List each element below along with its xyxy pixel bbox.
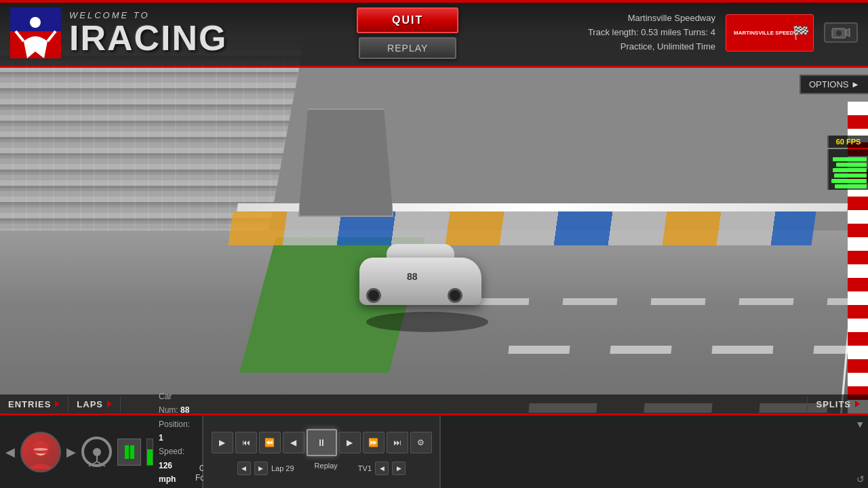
tv1-next-button[interactable]: ▶ xyxy=(392,462,406,475)
speed-label: Speed: xyxy=(159,447,184,456)
fps-bars xyxy=(827,149,868,190)
camera-icon-box xyxy=(824,22,858,43)
replay-controls: ▶ ⏮ ⏪ ◀ ⏸ ▶ ⏩ ⏭ ⚙ ◀ ▶ Lap 29 Rep xyxy=(203,415,441,488)
playback-rewind-start-button[interactable]: ⏮ xyxy=(235,432,257,453)
playback-step-back-button[interactable]: ◀ xyxy=(283,432,304,453)
laps-label: LAPS xyxy=(77,399,103,409)
splits-button[interactable]: SPLITS xyxy=(807,396,868,412)
driver-avatar xyxy=(20,432,61,472)
fps-bar-5 xyxy=(831,179,867,183)
car-number: 88 xyxy=(407,271,418,282)
tv1-prev-button[interactable]: ◀ xyxy=(375,462,389,475)
martinsville-logo-text: MARTINSVILLE SPEEDWAY xyxy=(734,30,806,37)
logo-emblem xyxy=(10,7,61,58)
playback-rewind-button[interactable]: ⏪ xyxy=(259,432,281,453)
tv1-label: TV1 xyxy=(358,464,372,472)
replay-label: Replay xyxy=(315,462,338,470)
playback-play-button[interactable]: ▶ xyxy=(212,432,233,453)
top-header: WELCOME TO IRACING QUIT REPLAY Martinsvi… xyxy=(0,0,868,68)
playback-pause-button[interactable]: ⏸ xyxy=(307,429,337,456)
steering-spoke-1 xyxy=(96,452,98,462)
playback-fast-fwd-button[interactable]: ⏩ xyxy=(363,432,384,453)
entries-label: ENTRIES xyxy=(8,399,51,409)
race-car: 88 xyxy=(353,237,488,325)
position-value: 1 xyxy=(159,433,163,443)
laps-arrow-icon xyxy=(107,401,112,407)
center-controls: QUIT REPLAY xyxy=(238,7,578,59)
track-text: Martinsville Speedway Track length: 0.53… xyxy=(588,12,715,54)
pause-button[interactable] xyxy=(117,439,141,466)
track-details: Track length: 0.53 miles Turns: 4 xyxy=(588,26,715,40)
car-num-label: Car Num: xyxy=(159,392,178,415)
fps-bar-2 xyxy=(836,163,867,167)
driver-stats: Car Num: 88 Position: 1 Speed: 126 mph L… xyxy=(159,390,190,488)
logo-text-area: WELCOME TO IRACING xyxy=(69,10,228,56)
position-label: Position: xyxy=(159,420,190,429)
splits-arrow-icon xyxy=(855,401,860,407)
playback-step-fwd-button[interactable]: ▶ xyxy=(339,432,361,453)
speed-value: 126 mph xyxy=(159,461,176,484)
svg-marker-7 xyxy=(846,28,850,37)
svg-point-3 xyxy=(30,17,41,28)
stairs-structure xyxy=(298,108,393,217)
track-info: Martinsville Speedway Track length: 0.53… xyxy=(578,8,868,57)
replay-buttons-row: ▶ ⏮ ⏪ ◀ ⏸ ▶ ⏩ ⏭ ⚙ xyxy=(212,429,432,456)
fps-counter: 60 FPS xyxy=(827,136,868,148)
driver-section: ◀ ▶ Car Num: 8 xyxy=(0,415,203,488)
throttle-fill xyxy=(147,449,153,465)
entries-arrow-icon xyxy=(55,401,60,407)
splits-label: SPLITS xyxy=(816,399,851,409)
car-num-value: 88 xyxy=(180,405,189,415)
bottom-bar: ◀ ▶ Car Num: 8 xyxy=(0,413,868,488)
driver-avatar-icon xyxy=(24,435,58,469)
camera-icon xyxy=(831,26,851,39)
replay-button[interactable]: REPLAY xyxy=(359,37,456,59)
lap-prev-button[interactable]: ◀ xyxy=(237,462,251,475)
steering-wheel-icon xyxy=(81,436,112,467)
session-type: Practice, Unlimited Time xyxy=(588,40,715,54)
playback-settings-button[interactable]: ⚙ xyxy=(410,432,432,453)
driver-prev-button[interactable]: ◀ xyxy=(5,445,15,460)
camera-section: ▼ ↺ xyxy=(441,415,868,488)
right-barrier xyxy=(848,102,868,413)
lap-info: Lap 29 xyxy=(271,464,294,472)
track-name: Martinsville Speedway xyxy=(588,12,715,26)
camera-settings-icon[interactable]: ▼ xyxy=(855,419,865,430)
driver-next-button[interactable]: ▶ xyxy=(66,445,76,460)
iracing-title: IRACING xyxy=(69,20,228,56)
fps-bar-3 xyxy=(833,168,867,172)
fps-bar-6 xyxy=(835,184,867,188)
pause-icon xyxy=(125,445,134,459)
overlay-bar: ENTRIES LAPS SPLITS xyxy=(0,394,868,413)
fps-bar-1 xyxy=(833,157,867,161)
playback-fwd-end-button[interactable]: ⏭ xyxy=(387,432,408,453)
laps-button[interactable]: LAPS xyxy=(68,396,121,412)
lap-next-button[interactable]: ▶ xyxy=(254,462,268,475)
martinsville-logo: MARTINSVILLE SPEEDWAY xyxy=(726,14,814,52)
options-button[interactable]: OPTIONS ► xyxy=(800,75,868,94)
fps-bar-4 xyxy=(834,174,867,178)
svg-point-8 xyxy=(836,30,842,36)
steering-spoke-2 xyxy=(96,461,105,467)
quit-button[interactable]: QUIT xyxy=(357,7,458,33)
iracing-logo: WELCOME TO IRACING xyxy=(0,4,238,62)
throttle-bar xyxy=(146,439,153,466)
camera-refresh-icon[interactable]: ↺ xyxy=(856,474,865,485)
replay-info-row: ◀ ▶ Lap 29 Replay TV1 ◀ ▶ xyxy=(237,462,406,475)
entries-button[interactable]: ENTRIES xyxy=(0,396,68,412)
steering-spoke-3 xyxy=(88,461,97,467)
